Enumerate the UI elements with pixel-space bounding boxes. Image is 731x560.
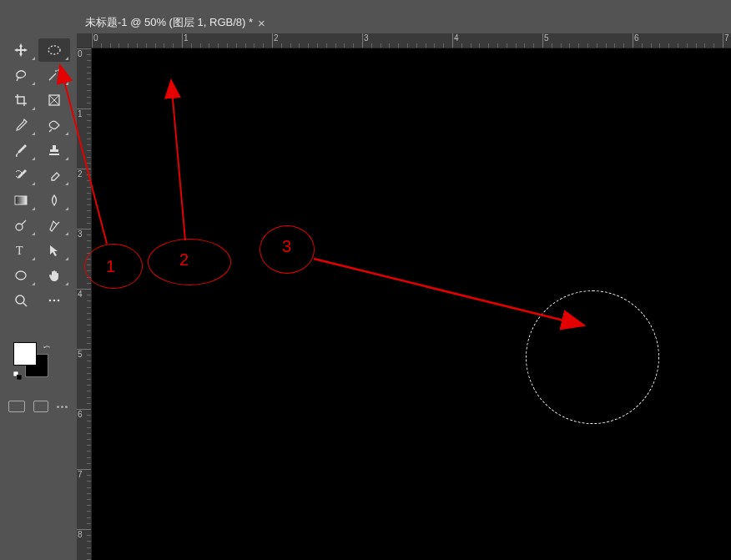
- horizontal-ruler[interactable]: 012345678910: [92, 33, 731, 48]
- tools-panel: T ⤺: [0, 33, 77, 560]
- svg-point-8: [53, 300, 56, 302]
- canvas-area: 012345678910 012345678: [77, 33, 731, 560]
- heal-tool[interactable]: [38, 114, 70, 137]
- annotation-label-2: 2: [179, 250, 189, 270]
- shape-tool[interactable]: [5, 264, 37, 287]
- svg-point-7: [49, 300, 52, 302]
- close-icon[interactable]: ×: [258, 16, 265, 30]
- annotation-circle-2: [148, 239, 231, 285]
- document-tab[interactable]: 未标题-1 @ 50% (图层 1, RGB/8) * ×: [77, 12, 274, 33]
- svg-rect-11: [17, 375, 22, 380]
- elliptical-selection[interactable]: [526, 290, 659, 424]
- marquee-tool[interactable]: [38, 38, 70, 62]
- annotation-label-3: 3: [282, 237, 291, 256]
- document-tab-title: 未标题-1 @ 50% (图层 1, RGB/8) *: [85, 15, 253, 30]
- edit-toolbar[interactable]: [38, 289, 70, 312]
- eraser-tool[interactable]: [38, 164, 70, 187]
- document-tab-bar: 未标题-1 @ 50% (图层 1, RGB/8) * ×: [77, 12, 731, 33]
- vertical-ruler[interactable]: 012345678: [77, 48, 92, 560]
- move-tool[interactable]: [5, 38, 37, 62]
- eyedropper-tool[interactable]: [5, 114, 37, 137]
- crop-tool[interactable]: [5, 88, 37, 112]
- history-brush-tool[interactable]: [5, 164, 37, 187]
- svg-text:T: T: [16, 245, 23, 257]
- stamp-tool[interactable]: [38, 139, 70, 162]
- more-icon[interactable]: [57, 406, 68, 408]
- screen-mode-row: [8, 401, 68, 412]
- svg-point-0: [48, 46, 60, 54]
- annotation-label-1: 1: [106, 257, 115, 276]
- fg-color-swatch[interactable]: [13, 342, 37, 366]
- svg-rect-2: [15, 196, 27, 204]
- frame-tool[interactable]: [38, 88, 70, 112]
- blur-tool[interactable]: [38, 189, 70, 212]
- gradient-tool[interactable]: [5, 189, 37, 212]
- quick-mask-icon[interactable]: [8, 401, 25, 412]
- hand-tool[interactable]: [38, 264, 70, 287]
- color-swatches[interactable]: ⤺: [13, 342, 50, 379]
- canvas[interactable]: [92, 48, 731, 560]
- zoom-tool[interactable]: [5, 289, 37, 312]
- default-colors-icon[interactable]: [13, 371, 22, 379]
- path-select-tool[interactable]: [38, 239, 70, 262]
- ruler-origin[interactable]: [77, 33, 92, 48]
- swap-colors-icon[interactable]: ⤺: [43, 342, 50, 351]
- quick-select-tool[interactable]: [38, 63, 70, 87]
- type-tool[interactable]: T: [5, 239, 37, 262]
- dodge-tool[interactable]: [5, 214, 37, 237]
- pen-tool[interactable]: [38, 214, 70, 237]
- svg-point-3: [16, 224, 23, 230]
- screen-mode-icon[interactable]: [33, 401, 48, 412]
- svg-point-5: [16, 271, 26, 280]
- svg-point-9: [58, 300, 60, 302]
- svg-point-6: [16, 295, 24, 304]
- lasso-tool[interactable]: [5, 63, 37, 87]
- brush-tool[interactable]: [5, 139, 37, 162]
